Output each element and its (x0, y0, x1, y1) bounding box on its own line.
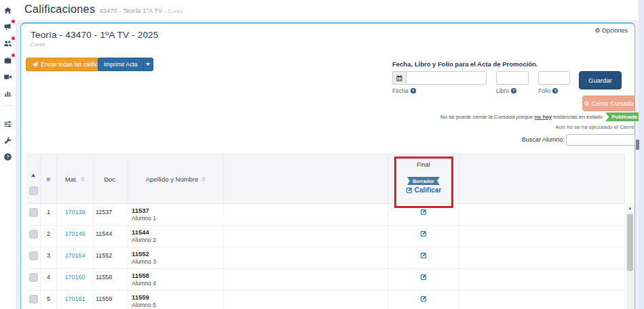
row-rest (459, 269, 625, 290)
header-final: Final Borrador Calificar (388, 154, 459, 203)
question-circle-icon[interactable]: ? (511, 88, 516, 94)
row-num: 1 (41, 204, 57, 225)
row-checkbox[interactable] (29, 230, 38, 239)
row-doc: 11552 (94, 247, 128, 268)
fecha-label: Fecha? (392, 87, 416, 94)
calendar-addon[interactable] (392, 71, 406, 85)
row-doc: 11559 (94, 291, 128, 309)
briefcase-icon[interactable] (3, 56, 13, 65)
header-mat[interactable]: Mat. (57, 154, 94, 203)
sort-arrow-icon[interactable] (31, 173, 35, 177)
search-alumno-input[interactable] (566, 134, 635, 146)
row-empty (224, 247, 388, 268)
row-num: 4 (41, 269, 57, 290)
header-doc[interactable]: Doc. (94, 154, 128, 203)
row-empty (224, 269, 388, 290)
row-name: 11544Alumno 2 (128, 226, 224, 247)
mat-link[interactable]: 170154 (64, 252, 85, 259)
options-label: Opciones (602, 27, 628, 34)
libro-input[interactable] (496, 71, 529, 85)
folio-label: Folio? (538, 87, 558, 94)
folio-input[interactable] (538, 71, 570, 85)
course-title: Teoría - 43470 - 1ºA TV - 2025 (31, 30, 159, 40)
notification-dot (12, 20, 15, 23)
row-checkbox[interactable] (29, 251, 38, 260)
page-scrollbar-marker (636, 140, 639, 150)
course-card: ⚙ Opciones Teoría - 43470 - 1ºA TV - 202… (20, 22, 635, 309)
table-row: 1 170139 11537 11537Alumno 1 (26, 204, 625, 226)
help-icon[interactable]: ? (3, 152, 13, 161)
mat-link[interactable]: 170160 (64, 274, 85, 281)
table-row: 3 170154 11552 11552Alumno 3 (26, 247, 625, 269)
table-header-row: # Mat. Doc. Apellido y Nombre Final Borr… (26, 154, 625, 204)
select-all-checkbox[interactable] (29, 186, 38, 195)
calificar-link[interactable]: Calificar (406, 186, 441, 194)
row-empty (224, 291, 388, 309)
row-doc: 11544 (94, 226, 128, 247)
grades-table: # Mat. Doc. Apellido y Nombre Final Borr… (26, 154, 625, 309)
row-rest (459, 204, 625, 225)
row-num: 3 (41, 247, 57, 268)
row-edit-button[interactable] (388, 204, 459, 225)
question-circle-icon[interactable]: ? (411, 88, 416, 94)
fecha-input[interactable] (406, 71, 487, 85)
cerrar-cursada-label: Cerrar Cursada (592, 100, 634, 107)
edit-icon (406, 187, 413, 194)
page-title: Calificaciones43470 - Teoría 1ºA TV- Cur… (24, 3, 183, 16)
row-name: 11552Alumno 3 (128, 247, 224, 268)
sort-icon (81, 177, 85, 182)
left-sidebar: ? (0, 0, 16, 309)
close-warning: No se puede cerrar la Cursada porqueno h… (21, 112, 643, 121)
row-edit-button[interactable] (388, 291, 459, 309)
sidebar-divider (3, 105, 13, 106)
bar-chart-icon[interactable] (3, 88, 13, 98)
megaphone-icon[interactable] (3, 22, 13, 31)
row-name: 11558Alumno 4 (128, 269, 224, 290)
search-row: Buscar Alumno: (21, 134, 635, 146)
chevron-down-icon (146, 63, 150, 66)
scroll-up-arrow-icon[interactable]: ▲ (626, 203, 634, 212)
row-edit-button[interactable] (388, 226, 459, 247)
row-empty (224, 204, 388, 225)
row-checkbox[interactable] (29, 295, 38, 304)
calendar-icon (396, 75, 403, 82)
mat-link[interactable]: 170139 (64, 209, 85, 215)
header-name[interactable]: Apellido y Nombre (128, 154, 224, 203)
notification-dot (12, 37, 15, 40)
row-rest (459, 226, 625, 247)
row-name: 11559Alumno 5 (128, 291, 224, 309)
row-num: 5 (41, 291, 57, 309)
row-edit-button[interactable] (388, 269, 459, 290)
header-empty (224, 154, 388, 203)
video-camera-icon[interactable] (3, 72, 13, 81)
cerrar-cursada-button[interactable]: ⚙ Cerrar Cursada (582, 96, 635, 111)
question-circle-icon[interactable]: ? (552, 88, 558, 94)
table-row: 2 170146 11544 11544Alumno 2 (26, 226, 625, 247)
row-empty (224, 226, 388, 247)
table-scrollbar[interactable]: ▲ (626, 203, 634, 309)
row-checkbox[interactable] (29, 273, 38, 282)
header-select-column (26, 154, 41, 203)
row-doc: 11558 (94, 269, 128, 290)
sliders-icon[interactable] (3, 119, 13, 129)
guardar-button[interactable]: Guardar (579, 71, 622, 89)
home-icon[interactable] (3, 5, 13, 15)
scrollbar-thumb[interactable] (627, 214, 633, 271)
mat-link[interactable]: 170146 (64, 230, 85, 237)
mat-link[interactable]: 170161 (64, 295, 85, 302)
row-edit-button[interactable] (388, 247, 459, 268)
wrench-icon[interactable] (3, 136, 13, 145)
row-checkbox[interactable] (29, 208, 38, 217)
header-num[interactable]: # (41, 154, 57, 203)
row-num: 2 (41, 226, 57, 247)
options-button[interactable]: ⚙ Opciones (594, 27, 628, 34)
table-body: 1 170139 11537 11537Alumno 1 2 170146 11… (26, 204, 625, 309)
page-title-text: Calificaciones (24, 3, 95, 15)
users-icon[interactable] (3, 39, 13, 48)
notification-dot (12, 54, 15, 57)
row-rest (459, 291, 625, 309)
close-status-text: Aún no se ha ejecutado el Cierre (21, 124, 636, 130)
print-acta-button[interactable]: Imprimir Acta (98, 58, 153, 71)
page-scrollbar[interactable] (639, 0, 644, 309)
print-acta-dropdown[interactable] (143, 58, 153, 70)
